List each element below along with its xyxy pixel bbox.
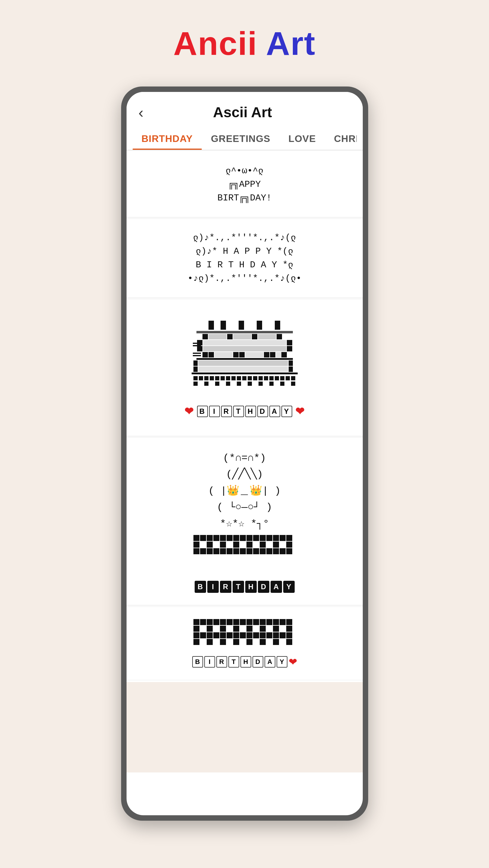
box-R: R (220, 581, 231, 593)
svg-rect-138 (240, 632, 246, 638)
svg-rect-88 (233, 541, 239, 548)
card-5[interactable]: B I R T H D A Y ❤ (127, 607, 363, 680)
svg-rect-104 (266, 548, 272, 554)
svg-rect-141 (260, 632, 266, 638)
box-T: T (233, 581, 244, 593)
svg-rect-28 (270, 352, 275, 358)
svg-rect-108 (193, 619, 199, 625)
svg-rect-23 (215, 352, 233, 358)
svg-rect-52 (253, 376, 257, 380)
card-2-art: ლ)♪*.,.*'''*.,.*♪(ლ ლ)♪* H A P P Y *(ლ B… (187, 231, 301, 285)
svg-rect-65 (248, 381, 252, 386)
svg-rect-135 (220, 632, 226, 638)
svg-rect-14 (203, 340, 286, 345)
svg-rect-112 (220, 619, 226, 625)
svg-rect-3 (257, 321, 262, 330)
cake-svg (190, 318, 299, 402)
card-4[interactable]: (*∩=∩*) (╱╱╲╲) ( |👑＿👑| ) ( └○—○┘ ) *☆*☆ … (127, 438, 363, 605)
svg-rect-2 (239, 321, 244, 330)
svg-rect-117 (253, 619, 259, 625)
letter-B: B (197, 406, 208, 417)
svg-rect-24 (233, 352, 239, 358)
card-3[interactable]: ❤ B I R T H D A Y ❤ (127, 300, 363, 436)
svg-rect-133 (207, 632, 213, 638)
svg-rect-140 (253, 632, 259, 638)
svg-rect-44 (210, 376, 214, 380)
svg-rect-76 (233, 535, 239, 541)
svg-rect-127 (247, 626, 253, 632)
card-1[interactable]: ლ^•ω•^ლ ╔╗APPY BIRT╔╗DAY! (127, 152, 363, 217)
svg-rect-93 (193, 548, 199, 554)
svg-rect-25 (239, 352, 244, 358)
box-A: A (270, 581, 282, 593)
svg-rect-89 (247, 541, 253, 548)
box-Y: Y (283, 581, 295, 593)
box-I: I (207, 581, 219, 593)
svg-rect-120 (273, 619, 279, 625)
svg-rect-101 (247, 548, 253, 554)
svg-rect-48 (231, 376, 236, 380)
svg-rect-146 (193, 639, 199, 645)
svg-rect-21 (202, 352, 208, 358)
c5-box-I: I (204, 656, 215, 668)
svg-rect-22 (208, 352, 214, 358)
tab-greetings[interactable]: GREETINGS (202, 127, 279, 150)
svg-rect-66 (259, 381, 263, 386)
svg-rect-7 (208, 334, 227, 339)
phone-frame: ‹ Ascii Art BIRTHDAY GREETINGS LOVE CHRI… (121, 87, 368, 821)
svg-rect-57 (280, 376, 285, 380)
card-2[interactable]: ლ)♪*.,.*'''*.,.*♪(ლ ლ)♪* H A P P Y *(ლ B… (127, 219, 363, 298)
c5-box-A: A (264, 656, 275, 668)
svg-rect-40 (192, 373, 298, 374)
svg-rect-152 (273, 639, 279, 645)
heart-right: ❤ (295, 405, 305, 418)
svg-rect-50 (242, 376, 247, 380)
c5-box-H: H (240, 656, 251, 668)
svg-rect-125 (220, 626, 226, 632)
header: ‹ Ascii Art (127, 92, 363, 127)
svg-rect-118 (260, 619, 266, 625)
svg-rect-136 (227, 632, 233, 638)
svg-rect-41 (193, 376, 198, 380)
tab-love[interactable]: LOVE (279, 127, 325, 150)
svg-rect-46 (221, 376, 225, 380)
svg-rect-78 (247, 535, 253, 541)
pixel-cake: ❤ B I R T H D A Y ❤ (185, 312, 305, 424)
svg-rect-132 (200, 632, 206, 638)
svg-rect-12 (276, 334, 282, 339)
svg-rect-75 (227, 535, 233, 541)
c5-box-R: R (216, 656, 227, 668)
svg-rect-115 (240, 619, 246, 625)
svg-rect-150 (247, 639, 253, 645)
svg-rect-10 (252, 334, 257, 339)
svg-rect-59 (291, 376, 295, 380)
svg-rect-151 (260, 639, 266, 645)
svg-rect-37 (193, 367, 198, 372)
content-area: ლ^•ω•^ლ ╔╗APPY BIRT╔╗DAY! ლ)♪*.,.*'''*.,… (127, 152, 363, 680)
svg-rect-90 (260, 541, 266, 548)
svg-rect-11 (258, 334, 276, 339)
svg-rect-54 (264, 376, 268, 380)
letter-D: D (257, 406, 268, 417)
tabs-bar: BIRTHDAY GREETINGS LOVE CHRIST (127, 127, 363, 150)
back-button[interactable]: ‹ (139, 105, 144, 120)
svg-rect-106 (280, 548, 286, 554)
svg-rect-84 (286, 535, 292, 541)
svg-rect-5 (196, 331, 293, 333)
svg-rect-110 (207, 619, 213, 625)
svg-rect-19 (203, 346, 286, 351)
svg-rect-60 (193, 381, 198, 386)
tab-christ[interactable]: CHRIST (325, 127, 356, 150)
svg-rect-99 (233, 548, 239, 554)
svg-rect-47 (226, 376, 230, 380)
svg-rect-73 (213, 535, 219, 541)
svg-rect-82 (273, 535, 279, 541)
svg-rect-129 (273, 626, 279, 632)
card5-happy-pixels (193, 619, 296, 652)
svg-rect-137 (233, 632, 239, 638)
tab-birthday[interactable]: BIRTHDAY (133, 127, 202, 150)
svg-rect-58 (286, 376, 290, 380)
app-title: Ancii Art (173, 24, 316, 62)
svg-rect-9 (233, 334, 251, 339)
heart-left: ❤ (185, 405, 194, 418)
